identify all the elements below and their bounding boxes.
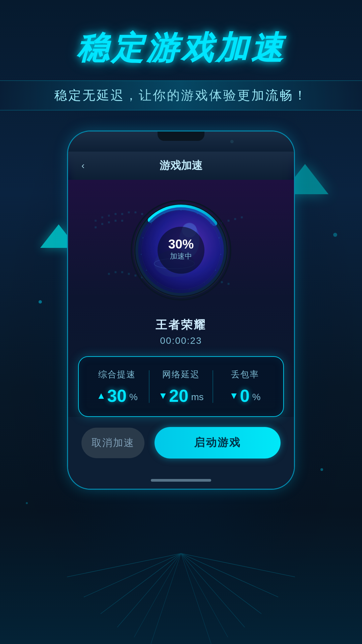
packet-unit: % [252,392,261,405]
main-title: 稳定游戏加速 [0,27,362,70]
phone-mockup: ‹ 游戏加速 [67,130,295,490]
svg-line-7 [181,553,295,577]
cancel-button[interactable]: 取消加速 [81,428,144,458]
start-game-button[interactable]: 启动游戏 [155,427,281,459]
svg-line-6 [151,553,181,644]
svg-point-15 [26,502,28,504]
svg-line-1 [67,553,181,577]
subtitle-text: 稳定无延迟，让你的游戏体验更加流畅！ [20,87,342,104]
svg-text:加速中: 加速中 [170,252,192,260]
packet-down-arrow-icon: ▼ [229,390,239,401]
phone-screen: 30% 加速中 王者荣耀 00:00:23 综合提速 ▲ 30 % [68,180,294,417]
speedometer: 30% 加速中 [127,197,235,304]
game-name: 王者荣耀 [78,317,284,333]
page-header: 稳定游戏加速 [0,0,362,70]
stat-speed-value: ▲ 30 % [89,387,145,405]
svg-point-13 [39,300,42,304]
svg-line-4 [117,553,181,627]
svg-line-5 [134,553,181,637]
nav-title: 游戏加速 [160,158,202,173]
game-timer: 00:00:23 [78,335,284,346]
latency-number: 20 [169,387,188,405]
stats-panel: 综合提速 ▲ 30 % 网络延迟 ▼ 20 ms [78,356,284,417]
svg-line-12 [181,553,211,644]
svg-line-10 [181,553,245,627]
svg-line-9 [181,553,261,614]
phone-notch [158,131,204,141]
svg-line-11 [181,553,228,637]
stat-packet-loss-value: ▼ 0 % [217,387,273,405]
speed-unit: % [129,392,138,405]
latency-unit: ms [191,392,203,405]
svg-text:30%: 30% [168,237,194,251]
svg-point-14 [320,468,323,471]
stat-speed: 综合提速 ▲ 30 % [85,369,149,405]
stat-speed-label: 综合提速 [89,369,145,380]
phone-home-bar [68,472,294,489]
stat-latency-value: ▼ 20 ms [153,387,209,405]
back-button[interactable]: ‹ [81,160,84,171]
stat-packet-loss: 丢包率 ▼ 0 % [213,369,277,405]
svg-line-3 [101,553,181,614]
stat-packet-loss-label: 丢包率 [217,369,273,380]
svg-line-2 [84,553,181,597]
phone-nav: ‹ 游戏加速 [68,152,294,180]
stat-latency-label: 网络延迟 [153,369,209,380]
svg-line-8 [181,553,278,597]
phone-section: ‹ 游戏加速 [60,130,302,490]
svg-point-16 [333,233,337,237]
phone-bottom: 取消加速 启动游戏 [68,417,294,472]
speedometer-container: 30% 加速中 [78,186,284,311]
latency-down-arrow-icon: ▼ [159,390,168,401]
speed-up-arrow-icon: ▲ [97,390,106,401]
stat-latency: 网络延迟 ▼ 20 ms [149,369,213,405]
subtitle-bar: 稳定无延迟，让你的游戏体验更加流畅！ [0,80,362,110]
phone-top-bar [68,131,294,152]
bottom-glow [0,510,362,644]
game-info: 王者荣耀 00:00:23 [78,311,284,356]
speed-number: 30 [107,387,127,405]
home-indicator [151,479,211,482]
packet-number: 0 [240,387,250,405]
phone-camera-dot [230,140,234,143]
